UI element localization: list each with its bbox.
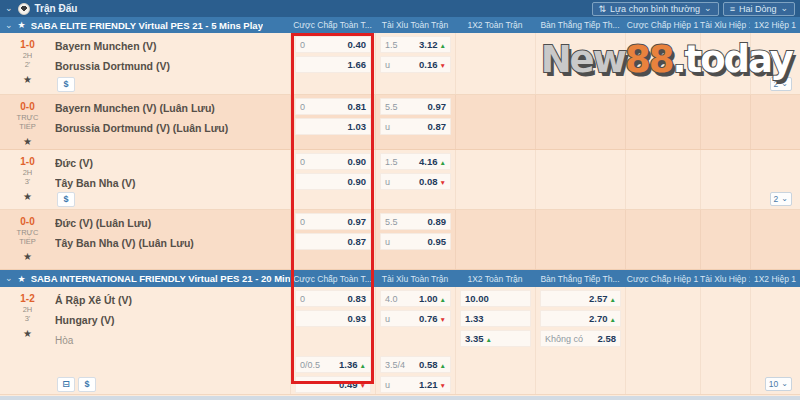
odds-cell-handicap[interactable]: 00.97 [295, 213, 371, 230]
soccer-ball-icon [18, 3, 30, 15]
market-count-dropdown[interactable]: 2⌄ [770, 77, 792, 91]
favorite-star-icon[interactable]: ★ [23, 252, 32, 262]
odds-cell-value: 0.16▼ [419, 59, 446, 70]
match-row: 1-02H2'★Bayern Munchen (V)Borussia Dortm… [0, 33, 800, 95]
odds-cell-value: 3.12▲ [419, 39, 446, 50]
odds-cell-ou[interactable]: 1.54.16▲ [380, 153, 451, 170]
favorite-star-icon[interactable]: ★ [23, 137, 32, 147]
footer-strip [0, 396, 800, 400]
favorite-star-icon[interactable]: ★ [23, 75, 32, 85]
odds-cell-label: 0 [300, 217, 305, 227]
odds-cell-ou[interactable]: 5.50.97 [380, 98, 451, 115]
league-star-icon[interactable]: ★ [18, 20, 26, 30]
trend-up-icon: ▲ [360, 362, 366, 369]
match-status: 2H [23, 305, 33, 314]
trend-up-icon: ▲ [440, 362, 446, 369]
odds-table: ⌄★SABA ELITE FRIENDLY Virtual PES 21 - 5… [0, 17, 800, 395]
trend-up-icon: ▲ [440, 159, 446, 166]
market-count-dropdown[interactable]: 10⌄ [765, 377, 792, 391]
match-row: 0-0TRỰCTIẾP★Đức (V) (Luân Lưu)Tây Ban Nh… [0, 210, 800, 270]
odds-cell-handicap[interactable]: 0.90 [295, 173, 371, 190]
league-collapse-chevron-icon[interactable]: ⌄ [5, 274, 13, 283]
market-count-value: 2 [774, 79, 779, 89]
odds-cell-x2[interactable]: 1.33 [460, 310, 531, 327]
collapse-chevron-icon[interactable]: ⌄ [5, 4, 13, 13]
tool-icons: ⊟$ [57, 377, 96, 392]
list-icon: ≡ [730, 4, 735, 14]
odds-cell-handicap[interactable]: 00.83 [295, 290, 371, 307]
odds-cell-label: u [385, 237, 390, 247]
team-column: Đức (V) (Luân Lưu)Tây Ban Nha (V) (Luân … [55, 210, 290, 269]
dollar-icon[interactable]: $ [78, 377, 96, 392]
odds-cell-next_goal[interactable]: 2.70▲ [540, 310, 621, 327]
odds-cell-handicap[interactable]: 0.93 [295, 310, 371, 327]
odds-cell-ou[interactable]: u0.76▼ [380, 310, 451, 327]
match-score: 1-2 [20, 293, 34, 305]
league-name-area: ⌄★SABA ELITE FRIENDLY Virtual PES 21 - 5… [0, 20, 290, 31]
odds-cell-ou[interactable]: u0.16▼ [380, 56, 451, 73]
team-name: Á Rập Xê Út (V) [55, 290, 290, 310]
league-header: ⌄★SABA ELITE FRIENDLY Virtual PES 21 - 5… [0, 17, 800, 33]
topbar-right: ⇅ Lựa chọn bình thường ⌄ ≡ Hai Dòng ⌄ [592, 2, 800, 16]
odds-column-ou: 5.50.89u0.95 [375, 210, 455, 269]
dollar-icon[interactable]: $ [57, 192, 75, 207]
odds-cell-next_goal[interactable]: Không có2.58 [540, 330, 621, 347]
match-tools-row: $2⌄ [57, 77, 792, 91]
draw-option-label: Hòa [55, 330, 290, 350]
odds-cell-handicap[interactable]: 00.40 [295, 36, 371, 53]
chevron-down-icon: ⌄ [704, 4, 712, 13]
column-header-next_goal: Bàn Thắng Tiếp Th... [535, 274, 625, 284]
receipt-icon[interactable]: ⊟ [57, 377, 75, 392]
team-name: Đức (V) (Luân Lưu) [55, 213, 290, 233]
favorite-star-icon[interactable]: ★ [23, 192, 32, 202]
column-header-ou: Tài Xỉu Toàn Trận [375, 274, 455, 284]
team-name: Borussia Dortmund (V) [55, 56, 290, 76]
odds-cell-x2[interactable]: 3.35▲ [460, 330, 531, 347]
odds-column-spacer [376, 330, 455, 356]
market-count-dropdown[interactable]: 2⌄ [770, 192, 792, 206]
match-score: 0-0 [20, 216, 34, 228]
odds-cell-next_goal[interactable]: 2.57▲ [540, 290, 621, 307]
view-mode-dropdown[interactable]: ≡ Hai Dòng ⌄ [723, 2, 795, 16]
trend-up-icon: ▲ [440, 42, 446, 49]
chevron-down-icon: ⌄ [780, 4, 788, 13]
match-status: TRỰC [17, 113, 39, 122]
sort-mode-dropdown[interactable]: ⇅ Lựa chọn bình thường ⌄ [592, 2, 719, 16]
odds-cell-x2[interactable]: 10.00 [460, 290, 531, 307]
odds-cell-value: 1.66 [348, 59, 367, 70]
league-star-icon[interactable]: ★ [18, 274, 26, 284]
odds-cell-ou[interactable]: 5.50.89 [380, 213, 451, 230]
odds-column-handicap: 00.811.03 [290, 95, 375, 149]
column-header-ou: Tài Xỉu Toàn Trận [375, 20, 455, 30]
odds-cell-value: 4.16▲ [419, 156, 446, 167]
odds-cell-handicap[interactable]: 00.81 [295, 98, 371, 115]
odds-cell-handicap[interactable]: 1.66 [295, 56, 371, 73]
odds-cell-ou[interactable]: u0.87 [380, 118, 451, 135]
odds-cell-label: u [385, 314, 390, 324]
odds-column-h1_ou [700, 210, 750, 269]
odds-cell-value: 0.58▲ [419, 359, 446, 370]
odds-cell-ou[interactable]: 3.5/40.58▲ [380, 356, 451, 373]
league-header: ⌄★SABA INTERNATIONAL FRIENDLY Virtual PE… [0, 270, 800, 287]
odds-cell-handicap[interactable]: 1.03 [295, 118, 371, 135]
odds-cell-ou[interactable]: u0.08▼ [380, 173, 451, 190]
odds-cell-ou[interactable]: 1.53.12▲ [380, 36, 451, 53]
topbar-left: ⌄ Trận Đấu [0, 3, 77, 15]
odds-cell-handicap[interactable]: 0/0.51.36▲ [295, 356, 371, 373]
favorite-star-icon[interactable]: ★ [23, 329, 32, 339]
odds-cell-ou[interactable]: 4.01.00▲ [380, 290, 451, 307]
trend-down-icon: ▼ [440, 179, 446, 186]
odds-cell-handicap[interactable]: 0.87 [295, 233, 371, 250]
odds-cell-value: 1.36▲ [339, 359, 366, 370]
odds-cell-handicap[interactable]: 00.90 [295, 153, 371, 170]
odds-cell-label: Không có [545, 334, 583, 344]
odds-cell-ou[interactable]: u0.95 [380, 233, 451, 250]
league-collapse-chevron-icon[interactable]: ⌄ [5, 21, 13, 30]
column-header-h1_handicap: Cược Chấp Hiệp 1 [625, 274, 700, 284]
odds-cell-value: 0.97 [428, 101, 447, 112]
market-count-value: 2 [774, 194, 779, 204]
odds-cell-value: 0.95 [428, 236, 447, 247]
match-info-column: 1-02H3'★ [0, 150, 55, 209]
dollar-icon[interactable]: $ [57, 77, 75, 92]
odds-column-ou: 5.50.97u0.87 [375, 95, 455, 149]
